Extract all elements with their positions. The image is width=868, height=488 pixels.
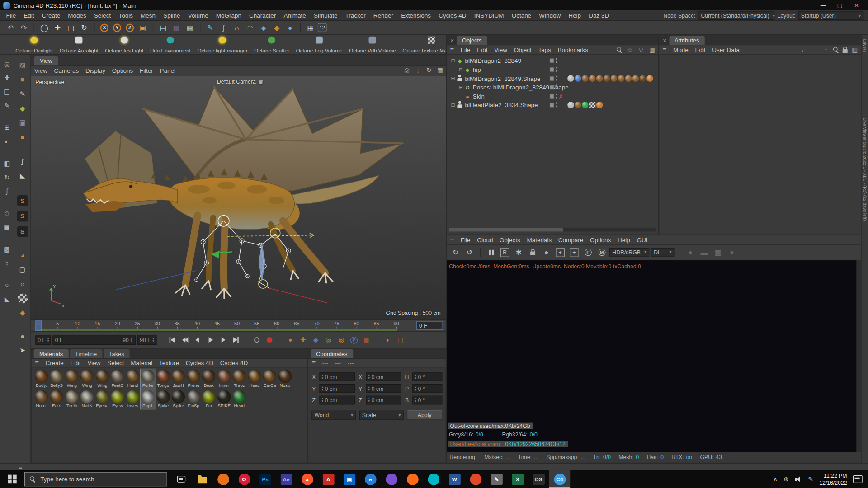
material-eyew[interactable]: Eyew bbox=[110, 389, 125, 409]
adobe-app[interactable]: A bbox=[318, 470, 339, 488]
timeline-tick-80[interactable]: 80 bbox=[351, 321, 362, 327]
filter-icon[interactable]: ▽ bbox=[637, 46, 645, 53]
after-effects[interactable]: Ae bbox=[276, 470, 297, 488]
spline-tool[interactable]: ∫ bbox=[217, 22, 230, 33]
object-row-poses-blmildragon2-82849-shape[interactable]: ⊞↺Poses: blMilDragon2_82849.Shape bbox=[447, 83, 658, 92]
layer-toggle[interactable] bbox=[550, 94, 554, 99]
viewport-menu-display[interactable]: Display bbox=[82, 66, 109, 75]
texture-chip[interactable] bbox=[625, 75, 632, 82]
material-wing[interactable]: Wing bbox=[64, 369, 80, 389]
checker-sphere-icon[interactable] bbox=[18, 293, 28, 303]
goto-start-button[interactable] bbox=[166, 334, 177, 345]
texture-chip[interactable] bbox=[575, 102, 581, 108]
menu-edit[interactable]: Edit bbox=[20, 10, 38, 20]
keyframe-pla-toggle[interactable]: ◎ bbox=[336, 334, 347, 345]
texture-chip[interactable] bbox=[639, 75, 646, 82]
material-throz[interactable]: Throz bbox=[231, 369, 247, 389]
panel-menu-icon[interactable]: ≡ bbox=[308, 359, 319, 367]
viewport-menu-cameras[interactable]: Cameras bbox=[51, 66, 82, 75]
dl-mode-dropdown[interactable]: DL▾ bbox=[651, 248, 674, 257]
material-forke[interactable]: Forke bbox=[140, 369, 156, 389]
layer-toggle[interactable] bbox=[550, 76, 554, 81]
panel-menu-icon[interactable]: ≡ bbox=[447, 236, 457, 244]
texture-chip[interactable] bbox=[646, 75, 653, 82]
pen-icon[interactable]: ✎ bbox=[808, 475, 813, 483]
panel-menu-icon[interactable]: ≡ bbox=[447, 46, 457, 54]
spinner-arrows[interactable]: ▴▾ bbox=[321, 386, 323, 391]
timeline-tick-5[interactable]: 5 bbox=[52, 321, 63, 327]
forward-icon[interactable]: → bbox=[811, 47, 819, 53]
texture-chip[interactable] bbox=[582, 102, 589, 108]
camera-mode-label[interactable]: Perspective bbox=[35, 79, 64, 85]
texture-chip[interactable] bbox=[589, 102, 596, 108]
rotate-tool[interactable]: ↻ bbox=[78, 22, 90, 33]
texture-chip[interactable] bbox=[589, 75, 596, 82]
arrow-icon[interactable]: ➤ bbox=[17, 345, 28, 355]
timeline-tick-25[interactable]: 25 bbox=[132, 321, 142, 327]
focus-picker-button[interactable]: F bbox=[582, 246, 594, 258]
status-menu-icon[interactable]: ≡ bbox=[15, 464, 25, 470]
timeline-tick-40[interactable]: 40 bbox=[192, 321, 203, 327]
coordinate-space-dropdown[interactable]: World ▾ bbox=[311, 410, 356, 420]
viewport-menu-panel[interactable]: Panel bbox=[156, 66, 179, 75]
keyframe-p-toggle[interactable]: P bbox=[349, 334, 359, 345]
texture-chip[interactable] bbox=[575, 75, 581, 82]
lathe-icon[interactable]: ↻ bbox=[1, 173, 12, 183]
materials-tab-takes[interactable]: Takes bbox=[104, 349, 130, 358]
move-small-icon[interactable]: ✚ bbox=[1, 73, 12, 83]
taskbar-clock[interactable]: 11:22 PM 12/16/2022 bbox=[819, 472, 847, 487]
network-icon[interactable]: ⊕ bbox=[783, 475, 788, 483]
materials-menu-select[interactable]: Select bbox=[104, 359, 127, 368]
shelf-octane-light-manager[interactable]: Octane light manager bbox=[194, 36, 251, 54]
menu-tools[interactable]: Tools bbox=[115, 10, 137, 20]
viewport-canvas[interactable]: y x Perspective Default Camera ▣ Grid Sp… bbox=[31, 76, 446, 319]
shelf-octane-vdb-volume[interactable]: Octane Vdb Volume bbox=[346, 36, 399, 54]
object-row-blheadplate2-3834-shape[interactable]: ⊞blHeadPlate2_3834.Shape bbox=[447, 101, 658, 110]
cube-primitive-icon[interactable]: ■ bbox=[17, 75, 28, 84]
materials-menu-view[interactable]: View bbox=[84, 359, 104, 368]
move-tool[interactable]: ✚ bbox=[52, 22, 64, 33]
horizontal-scrollbar[interactable] bbox=[449, 228, 656, 232]
layout-icon[interactable]: ▦ bbox=[436, 67, 444, 74]
photoshop[interactable]: Ps bbox=[255, 470, 276, 488]
apply-button[interactable]: Apply bbox=[407, 410, 442, 420]
search-icon[interactable] bbox=[617, 47, 623, 52]
pause-button[interactable] bbox=[485, 246, 497, 258]
aimp[interactable] bbox=[465, 470, 486, 488]
menu-modes[interactable]: Modes bbox=[64, 10, 90, 20]
current-frame-field[interactable]: 0 F▴▾ bbox=[35, 335, 51, 345]
size-x-field[interactable]: ▴▾0 cm bbox=[366, 372, 401, 381]
timeline-tick-85[interactable]: 85 bbox=[371, 321, 382, 327]
excel[interactable]: X bbox=[507, 470, 528, 488]
objects-menu-file[interactable]: File bbox=[457, 45, 473, 54]
size-z-field[interactable]: ▴▾0 cm bbox=[366, 396, 401, 405]
layers-tab[interactable]: Layers bbox=[863, 39, 868, 52]
edge[interactable]: e bbox=[360, 470, 381, 488]
prev-key-button[interactable] bbox=[179, 334, 190, 345]
material-beak[interactable]: Beak bbox=[201, 369, 217, 389]
hammer-icon[interactable]: ◆ bbox=[17, 308, 28, 318]
grid-icon[interactable]: ▩ bbox=[1, 244, 12, 254]
keyframe-scale-toggle[interactable]: ✚ bbox=[297, 334, 308, 345]
refresh-button[interactable]: ↺ bbox=[463, 246, 476, 258]
timeline-tick-30[interactable]: 30 bbox=[152, 321, 163, 327]
delete-tag-icon[interactable]: ✗ bbox=[559, 93, 563, 99]
menu-file[interactable]: File bbox=[2, 10, 20, 20]
spinner-arrows[interactable]: ▴▾ bbox=[152, 337, 154, 343]
menu-volume[interactable]: Volume bbox=[184, 10, 212, 20]
objects-menu-edit[interactable]: Edit bbox=[474, 45, 491, 54]
material-head[interactable]: Head bbox=[231, 389, 247, 409]
taskbar-search-input[interactable]: Type here to search bbox=[24, 472, 167, 487]
texture-chip[interactable] bbox=[611, 75, 618, 82]
file-explorer[interactable] bbox=[192, 470, 213, 488]
viewport-menu-options[interactable]: Options bbox=[108, 66, 136, 75]
render-settings-button[interactable]: ▦ bbox=[184, 22, 196, 33]
record-keyframe-button[interactable] bbox=[251, 334, 262, 345]
timeline-tick-75[interactable]: 75 bbox=[331, 321, 342, 327]
material-eyeba[interactable]: Eyeba bbox=[94, 389, 110, 409]
undo-button[interactable]: ↶ bbox=[5, 22, 17, 33]
spline-icon[interactable]: ∫ bbox=[17, 156, 28, 166]
range-end-field[interactable]: 90 F▴▾ bbox=[137, 335, 156, 345]
rotation-b-field[interactable]: ▴▾0 ° bbox=[412, 396, 442, 405]
bend-tool[interactable]: ◠ bbox=[244, 22, 256, 33]
